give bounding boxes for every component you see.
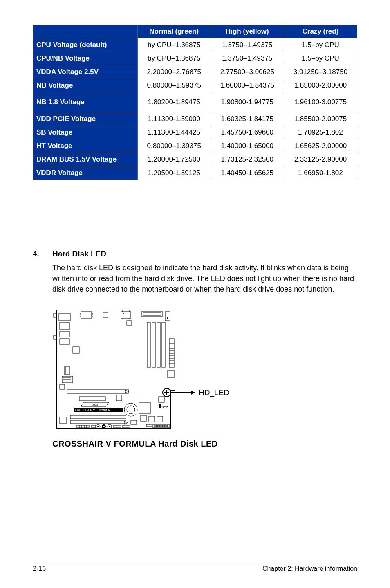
svg-rect-23 — [141, 312, 163, 316]
svg-rect-64 — [159, 404, 161, 408]
cell: 2.33125-2.90000 — [284, 153, 357, 166]
cell: 1.80200-1.89475 — [137, 92, 211, 112]
svg-point-80 — [97, 426, 99, 427]
row-label: SB Voltage — [33, 126, 138, 139]
row-label: VDDA Voltage 2.5V — [33, 65, 138, 79]
table-row: VDD PCIE Voltage1.11300-1.590001.60325-1… — [33, 112, 357, 126]
cell: by CPU–1.36875 — [137, 52, 211, 65]
svg-rect-13 — [103, 312, 108, 317]
cell: 1.40450-1.65625 — [211, 166, 284, 180]
svg-point-67 — [134, 422, 134, 422]
diagram-caption: CROSSHAIR V FORMULA Hard Disk LED — [52, 439, 357, 449]
svg-point-56 — [124, 403, 137, 416]
cell: 1.3750–1.49375 — [211, 52, 284, 65]
cell: 1.40000-1.65000 — [211, 139, 284, 153]
section-body: The hard disk LED is designed to indicat… — [52, 263, 357, 294]
footer-chapter: Chapter 2: Hardware information — [262, 565, 357, 572]
cell: 1.90800-1.94775 — [211, 92, 284, 112]
svg-rect-4 — [60, 331, 69, 337]
svg-rect-60 — [70, 420, 126, 424]
svg-rect-85 — [114, 425, 121, 428]
row-label: HT Voltage — [33, 139, 138, 153]
svg-rect-61 — [139, 402, 150, 414]
cell: 1.85500-2.00075 — [284, 112, 357, 126]
cell: 1.60000–1.84375 — [211, 79, 284, 92]
col-header-blank — [33, 25, 138, 38]
svg-point-21 — [123, 313, 124, 314]
svg-rect-6 — [81, 312, 92, 318]
brand-text: /SUS — [92, 403, 99, 406]
svg-rect-69 — [157, 416, 163, 422]
row-label: NB 1.8 Voltage — [33, 92, 138, 112]
cell: 1.20000-1.72500 — [137, 153, 211, 166]
section-number: 4. — [33, 249, 52, 258]
row-label: CPU/NB Voltage — [33, 52, 138, 65]
svg-rect-62 — [141, 415, 146, 421]
svg-rect-68 — [149, 416, 155, 422]
svg-rect-29 — [157, 322, 160, 367]
svg-rect-86 — [123, 425, 130, 428]
svg-rect-65 — [131, 420, 137, 424]
cell: by CPU–1.36875 — [137, 38, 211, 52]
cell: 1.20500-1.39125 — [137, 166, 211, 180]
svg-rect-14 — [121, 312, 131, 318]
cell: 3.01250–3.18750 — [284, 65, 357, 79]
col-header-high: High (yellow) — [211, 25, 284, 38]
cell: 0.80000–1.59375 — [137, 79, 211, 92]
table-row: CPU Voltage (default)by CPU–1.368751.375… — [33, 38, 357, 52]
motherboard-diagram: /SUS CROSSHAIR V FORMULA — [52, 306, 357, 449]
table-row: NB Voltage0.80000–1.593751.60000–1.84375… — [33, 79, 357, 92]
cell: 1.5–by CPU — [284, 38, 357, 52]
svg-rect-30 — [162, 322, 165, 367]
hd-led-callout: HD_LED — [199, 388, 229, 397]
svg-rect-78 — [92, 425, 96, 428]
cell: 1.70925-1.802 — [284, 126, 357, 139]
svg-rect-70 — [146, 424, 152, 427]
hard-disk-led-section: 4. Hard Disk LED The hard disk LED is de… — [33, 249, 357, 449]
svg-rect-54 — [116, 395, 122, 401]
table-row: HT Voltage0.80000–1.393751.40000-1.65000… — [33, 139, 357, 153]
svg-rect-28 — [152, 322, 155, 367]
svg-rect-5 — [60, 339, 69, 344]
svg-rect-42 — [168, 370, 174, 378]
svg-point-26 — [167, 317, 168, 319]
row-label: DRAM BUS 1.5V Voltage — [33, 153, 138, 166]
svg-rect-43 — [73, 347, 79, 353]
svg-rect-58 — [60, 417, 66, 424]
svg-rect-51 — [60, 384, 65, 389]
page-footer: 2-16 Chapter 2: Hardware information — [33, 563, 357, 572]
section-title: Hard Disk LED — [52, 249, 106, 258]
svg-point-82 — [103, 426, 105, 427]
svg-rect-63 — [159, 397, 164, 402]
cell: 1.96100-3.00775 — [284, 92, 357, 112]
footer-page-number: 2-16 — [33, 565, 46, 572]
col-header-crazy: Crazy (red) — [284, 25, 357, 38]
voltage-table: Normal (green) High (yellow) Crazy (red)… — [33, 25, 357, 180]
col-header-normal: Normal (green) — [137, 25, 211, 38]
table-row: NB 1.8 Voltage1.80200-1.894751.90800-1.9… — [33, 92, 357, 112]
table-row: SB Voltage1.11300-1.444251.45750-1.69600… — [33, 126, 357, 139]
cell: 1.11300-1.59000 — [137, 112, 211, 126]
svg-rect-53 — [79, 397, 105, 401]
row-label: VDD PCIE Voltage — [33, 112, 138, 126]
model-text: CROSSHAIR V FORMULA — [75, 408, 110, 411]
svg-point-84 — [109, 426, 110, 427]
cell: 0.80000–1.39375 — [137, 139, 211, 153]
cell: 1.45750-1.69600 — [211, 126, 284, 139]
row-label: CPU Voltage (default) — [33, 38, 138, 52]
cell: 1.73125-2.32500 — [211, 153, 284, 166]
cell: 1.11300-1.44425 — [137, 126, 211, 139]
table-row: VDDA Voltage 2.5V2.20000–2.768752.77500–… — [33, 65, 357, 79]
svg-rect-22 — [127, 321, 132, 325]
row-label: NB Voltage — [33, 79, 138, 92]
svg-rect-59 — [70, 415, 126, 419]
svg-rect-25 — [165, 312, 170, 321]
svg-rect-52 — [67, 389, 128, 393]
svg-rect-24 — [143, 313, 161, 315]
table-row: DRAM BUS 1.5V Voltage1.20000-1.725001.73… — [33, 153, 357, 166]
svg-rect-2 — [59, 313, 70, 321]
hd-led-marker — [163, 388, 195, 397]
cell: 1.60325-1.84175 — [211, 112, 284, 126]
svg-point-66 — [132, 422, 133, 422]
cell: 1.85000-2.00000 — [284, 79, 357, 92]
